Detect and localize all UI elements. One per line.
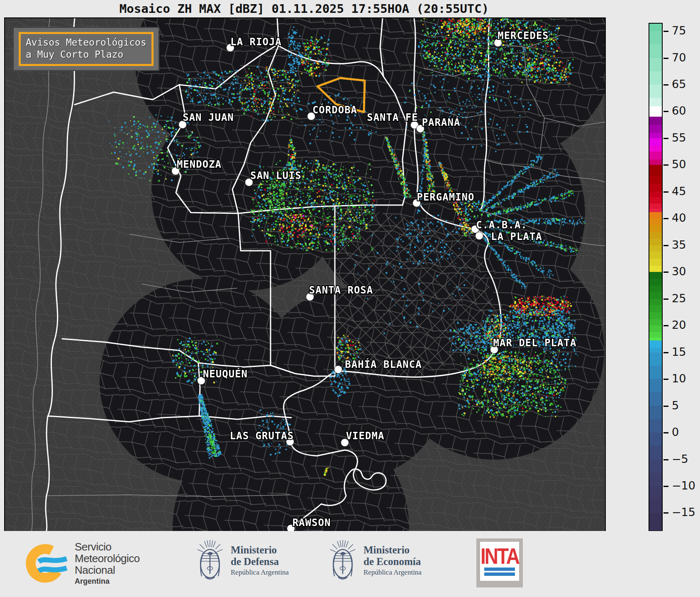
economia-sub: República Argentina (363, 568, 422, 577)
city-marker: MAR DEL PLATA (490, 337, 577, 354)
tick-label: 70 (672, 51, 686, 64)
tick-label: 40 (672, 211, 686, 224)
city-label: SANTA ROSA (309, 284, 373, 296)
tick-mark (663, 486, 668, 487)
city-label: LAS GRUTAS (230, 430, 294, 442)
city-label: MERCEDES (498, 30, 549, 42)
city-marker: CÓRDOBA (307, 103, 358, 120)
city-label: MAR DEL PLATA (493, 337, 577, 349)
city-label: C.A.B.A. (476, 219, 527, 231)
tick-label: 45 (672, 185, 686, 198)
tick-mark (663, 191, 668, 193)
defensa-title2: de Defensa (231, 556, 289, 568)
warning-box-line1: Avisos Meteorológicos (26, 37, 146, 49)
tick-mark (663, 272, 668, 273)
tick-mark (663, 459, 668, 460)
coat-of-arms-icon (327, 536, 359, 585)
city-label: RAWSON (293, 517, 331, 528)
city-marker: LA PLATA (476, 231, 542, 242)
city-marker: SANTA ROSA (306, 284, 373, 301)
tick-label: 75 (672, 24, 686, 37)
tick-label: 5 (672, 399, 679, 412)
smn-line1: Servicio (75, 541, 140, 553)
city-label: CÓRDOBA (312, 103, 357, 116)
smn-line2: Meteorológico (75, 553, 140, 564)
tick-mark (663, 84, 668, 86)
tick-mark (663, 31, 668, 32)
tick-label: 60 (672, 104, 686, 117)
city-marker: PERGAMINO (413, 191, 475, 207)
city-label: NEUQUÉN (203, 368, 248, 380)
map-title: Mosaico ZH MAX [dBZ] 01.11.2025 17:55HOA… (4, 2, 604, 16)
city-marker: MERCEDES (494, 30, 549, 47)
smn-logo-icon (26, 542, 69, 585)
tick-mark (663, 218, 668, 219)
map-top-layer: LA RIOJAMERCEDESSAN JUANCÓRDOBASANTA FEP… (5, 18, 605, 531)
city-marker: RAWSON (287, 517, 331, 531)
tick-mark (663, 325, 668, 326)
city-marker: BAHÍA BLANCA (334, 358, 422, 374)
economia-title2: de Economía (363, 556, 422, 568)
tick-mark (663, 245, 668, 246)
radar-map: LA RIOJAMERCEDESSAN JUANCÓRDOBASANTA FEP… (4, 17, 606, 532)
city-marker: MENDOZA (172, 159, 222, 175)
defensa-logo: Ministerio de Defensa República Argentin… (194, 536, 289, 585)
city-label: SAN JUAN (183, 112, 234, 123)
city-marker: LAS GRUTAS (230, 430, 294, 446)
tick-label: 25 (672, 292, 686, 305)
smn-logo-text: Servicio Meteorológico Nacional Argentin… (75, 541, 140, 586)
defensa-title1: Ministerio (231, 544, 289, 556)
defensa-sub: República Argentina (231, 568, 289, 577)
city-label: LA PLATA (491, 231, 542, 242)
tick-label: 15 (672, 345, 686, 358)
tick-label: 35 (672, 238, 686, 251)
smn-logo: Servicio Meteorológico Nacional Argentin… (26, 541, 140, 586)
tick-mark (663, 432, 668, 433)
tick-mark (663, 111, 668, 112)
smn-line4: Argentina (75, 577, 140, 586)
tick-mark (663, 352, 668, 353)
city-label: PARANÁ (422, 116, 461, 128)
city-dot (334, 366, 342, 374)
tick-mark (663, 138, 668, 139)
city-marker: LA RIOJA (227, 36, 282, 52)
city-dot (476, 232, 483, 240)
economia-text: Ministerio de Economía República Argenti… (363, 544, 422, 577)
tick-mark (663, 512, 668, 514)
footer: Servicio Meteorológico Nacional Argentin… (0, 531, 700, 597)
city-marker: PARANÁ (417, 116, 461, 133)
city-label: PERGAMINO (417, 191, 474, 203)
city-label: LA RIOJA (230, 36, 282, 48)
inta-logo-frame: INTA (480, 542, 519, 581)
economia-logo: Ministerio de Economía República Argenti… (327, 536, 422, 585)
tick-label: −10 (672, 479, 695, 492)
warning-box: Avisos Meteorológicos a Muy Corto Plazo (13, 27, 159, 71)
tick-label: −5 (672, 453, 688, 465)
economia-title1: Ministerio (363, 544, 422, 556)
defensa-text: Ministerio de Defensa República Argentin… (231, 544, 289, 577)
tick-mark (663, 58, 668, 59)
smn-line3: Nacional (75, 564, 140, 576)
city-label: VIEDMA (346, 430, 385, 442)
tick-label: 65 (672, 78, 686, 91)
inta-label: INTA (480, 546, 519, 568)
city-label: SAN LUIS (250, 170, 302, 181)
city-label: BAHÍA BLANCA (345, 358, 422, 370)
city-marker: NEUQUÉN (198, 368, 248, 385)
warning-box-frame: Avisos Meteorológicos a Muy Corto Plazo (19, 32, 154, 66)
inta-logo: INTA (476, 538, 523, 587)
city-marker: VIEDMA (341, 430, 385, 447)
coat-of-arms-icon (194, 536, 226, 585)
tick-mark (663, 379, 668, 380)
city-marker: SAN JUAN (179, 112, 234, 129)
tick-label: 30 (672, 265, 686, 278)
tick-mark (663, 164, 668, 166)
tick-label: 50 (672, 158, 686, 171)
inta-bar-icon (484, 573, 515, 576)
dbz-colorbar: 757065605550454035302520151050−5−10−15 (649, 23, 663, 531)
tick-mark (663, 406, 668, 407)
tick-label: 10 (672, 372, 686, 385)
tick-label: 55 (672, 131, 686, 144)
city-marker: SANTA FE (367, 112, 418, 129)
tick-label: 20 (672, 318, 686, 331)
